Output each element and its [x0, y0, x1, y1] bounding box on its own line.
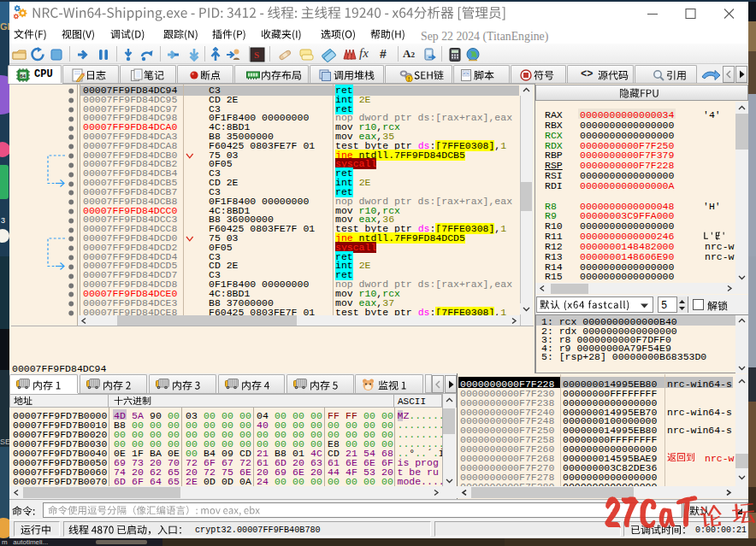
svg-text:S: S [254, 50, 259, 60]
svg-text:64: 64 [20, 73, 26, 79]
svg-text:!: ! [408, 76, 410, 82]
svg-text:<>: <> [464, 71, 470, 77]
